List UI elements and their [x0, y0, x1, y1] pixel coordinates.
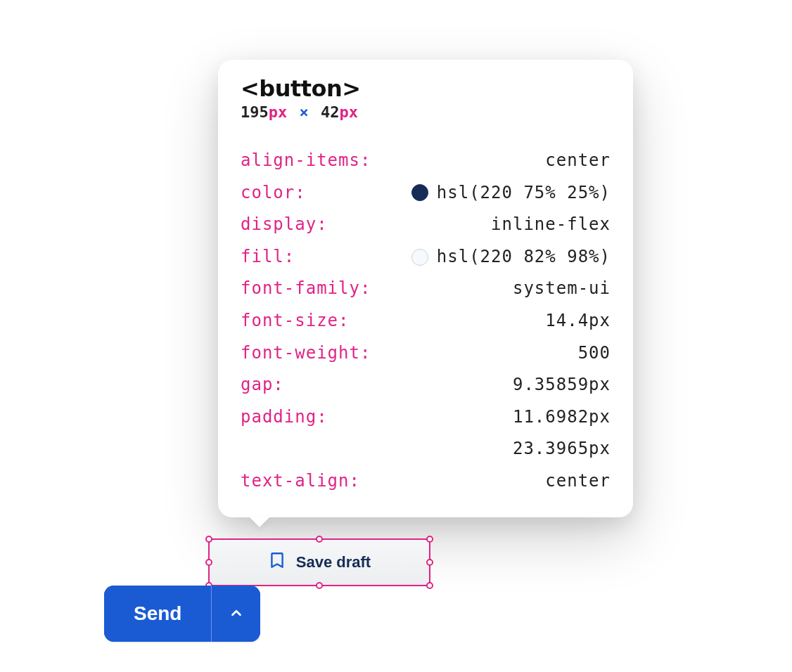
prop-value: hsl(220 82% 98%) [411, 241, 611, 273]
prop-name: font-size [241, 305, 350, 337]
width-unit: px [269, 103, 288, 121]
prop-name: text-align [241, 465, 360, 498]
prop-name: padding [241, 401, 328, 434]
prop-name: fill [241, 241, 295, 273]
prop-name: color [241, 177, 306, 209]
prop-name: gap [241, 369, 284, 401]
prop-value: center [545, 465, 611, 498]
color-swatch-icon [411, 184, 428, 201]
canvas: <button> 195px × 42px align-items center… [0, 0, 792, 672]
prop-row-text-align: text-align center [241, 465, 611, 498]
prop-row-display: display inline-flex [241, 209, 611, 241]
save-draft-button[interactable]: Save draft [208, 538, 430, 586]
prop-row-padding: padding 11.6982px 23.3965px [241, 401, 611, 465]
height-value: 42 [321, 103, 340, 121]
prop-value: hsl(220 75% 25%) [411, 177, 611, 209]
prop-row-color: color hsl(220 75% 25%) [241, 177, 611, 209]
prop-name: display [241, 209, 328, 241]
inspector-element-tag: <button> [241, 75, 611, 102]
inspector-tooltip: <button> 195px × 42px align-items center… [218, 60, 633, 517]
save-draft-label: Save draft [296, 553, 371, 571]
padding-value-line1: 11.6982px [513, 401, 611, 434]
prop-row-fill: fill hsl(220 82% 98%) [241, 241, 611, 273]
chevron-up-icon [229, 605, 244, 623]
width-value: 195 [241, 103, 269, 121]
prop-row-font-size: font-size 14.4px [241, 305, 611, 337]
color-swatch-icon [411, 249, 428, 266]
send-split-button: Send [104, 586, 260, 642]
prop-value: 9.35859px [513, 369, 611, 401]
inspector-dimensions: 195px × 42px [241, 103, 611, 121]
prop-value: center [545, 145, 611, 177]
prop-value: 11.6982px 23.3965px [513, 401, 611, 465]
prop-name: align-items [241, 145, 371, 177]
color-value-text: hsl(220 75% 25%) [437, 177, 611, 209]
prop-name: font-family [241, 273, 371, 305]
bookmark-icon [268, 551, 286, 574]
send-label: Send [134, 602, 181, 625]
dimensions-separator: × [300, 103, 309, 121]
prop-value: system-ui [513, 273, 611, 305]
prop-row-gap: gap 9.35859px [241, 369, 611, 401]
prop-row-font-weight: font-weight 500 [241, 337, 611, 370]
prop-value: 500 [578, 337, 611, 370]
prop-name: font-weight [241, 337, 371, 370]
padding-value-line2: 23.3965px [513, 433, 611, 465]
prop-row-align-items: align-items center [241, 145, 611, 177]
send-options-toggle[interactable] [211, 586, 260, 642]
height-unit: px [340, 103, 359, 121]
send-button[interactable]: Send [104, 586, 211, 642]
fill-value-text: hsl(220 82% 98%) [437, 241, 611, 273]
prop-row-font-family: font-family system-ui [241, 273, 611, 305]
prop-value: inline-flex [491, 209, 611, 241]
prop-value: 14.4px [545, 305, 611, 337]
